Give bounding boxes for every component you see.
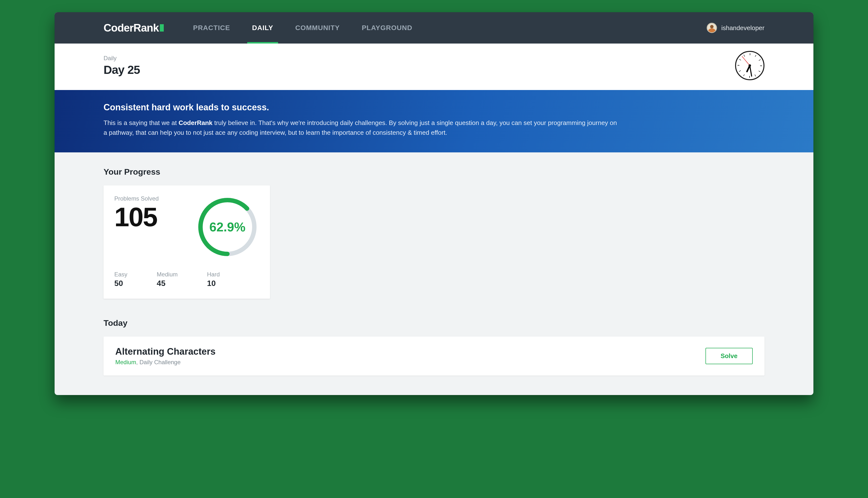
top-navbar: CoderRank PRACTICE DAILY COMMUNITY PLAYG… (54, 12, 814, 43)
today-problem-title: Alternating Characters (115, 346, 216, 357)
difficulty-easy: Easy 50 (114, 271, 127, 288)
user-menu[interactable]: ishandeveloper (707, 23, 764, 33)
nav-tab-community[interactable]: COMMUNITY (295, 12, 340, 43)
app-window: CoderRank PRACTICE DAILY COMMUNITY PLAYG… (54, 12, 814, 395)
username: ishandeveloper (722, 24, 764, 32)
problems-solved-value: 105 (114, 204, 158, 231)
nav-tabs: PRACTICE DAILY COMMUNITY PLAYGROUND (193, 12, 412, 43)
completion-gauge: 62.9% (195, 195, 259, 259)
intro-banner: Consistent hard work leads to success. T… (54, 90, 814, 153)
nav-tab-playground[interactable]: PLAYGROUND (362, 12, 412, 43)
solve-button[interactable]: Solve (705, 348, 753, 364)
content-area: Your Progress Problems Solved 105 62.9% (54, 153, 814, 395)
brand-logo[interactable]: CoderRank (104, 22, 164, 34)
nav-tab-daily[interactable]: DAILY (252, 12, 273, 43)
day-header: Daily Day 25 (54, 43, 814, 90)
progress-card: Problems Solved 105 62.9% Easy 50 (104, 185, 270, 299)
avatar-icon (707, 23, 717, 33)
brand-name: CoderRank (104, 22, 159, 34)
page-title: Day 25 (104, 63, 735, 77)
problems-solved-label: Problems Solved (114, 195, 158, 202)
clock-icon (735, 51, 764, 80)
nav-tab-practice[interactable]: PRACTICE (193, 12, 230, 43)
breadcrumb: Daily (104, 55, 735, 62)
banner-text: This is a saying that we at CoderRank tr… (104, 118, 617, 138)
difficulty-medium: Medium 45 (157, 271, 177, 288)
today-problem-level: Medium (115, 359, 136, 365)
banner-title: Consistent hard work leads to success. (104, 102, 764, 113)
brand-accent-icon (160, 24, 164, 31)
completion-percent: 62.9% (195, 195, 259, 259)
today-section-title: Today (104, 318, 764, 328)
today-problem-meta: Medium, Daily Challenge (115, 359, 216, 366)
today-card: Alternating Characters Medium, Daily Cha… (104, 337, 764, 376)
difficulty-hard: Hard 10 (207, 271, 220, 288)
progress-section-title: Your Progress (104, 167, 764, 176)
